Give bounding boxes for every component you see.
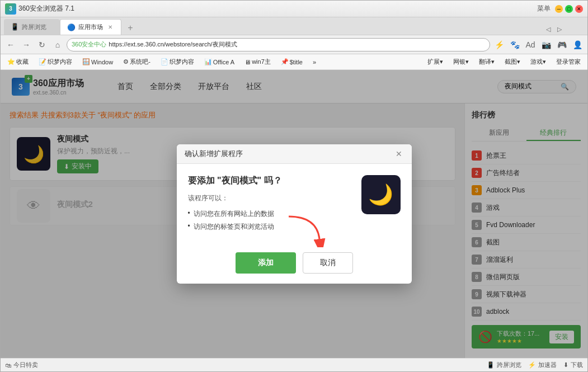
permission-item-1: • 访问您在所有网站上的数据 [188,208,352,220]
extension-bar[interactable]: 扩展▾ [424,56,446,67]
bookmark-favorites[interactable]: ⭐ 收藏 [4,56,32,67]
refresh-icon[interactable]: ⚡ [492,38,506,51]
bookmark-title[interactable]: 📌 $title [277,57,306,67]
window-close-icon[interactable]: ✕ [575,5,583,13]
tab-crossscreen-icon: 📱 [11,23,18,31]
permission-text-1: 访问您在所有网站上的数据 [194,209,274,219]
browser-forward-button[interactable]: ▷ [554,23,565,35]
dialog-actions: 添加 取消 [177,244,412,284]
netbank-bar[interactable]: 网银▾ [450,56,472,67]
status-bar: 🛍 今日特卖 📱 跨屏浏览 ⚡ 加速器 ⬇ 下载 [1,358,587,371]
dialog-app-icon: 🌙 [361,175,401,214]
bookmark-more[interactable]: » [309,58,319,67]
browser-back-button[interactable]: ◁ [543,23,554,35]
address-url: https://ext.se.360.cn/webstore/search/夜间… [109,40,237,49]
dialog-question: 要添加 "夜间模式" 吗？ [188,175,352,187]
bookmarks-bar: ⭐ 收藏 📝 织梦内容 🪟 Window ⚙ 系统吧- 📄 织梦内容 📊 Off… [1,54,587,70]
games-icon[interactable]: 🎮 [555,38,568,51]
status-today-deals[interactable]: 🛍 今日特卖 [5,361,38,369]
dialog-body: 要添加 "夜间模式" 吗？ 该程序可以： • 访问您在所有网站上的数据 • 访问… [177,164,412,244]
download-label: 下载 [571,361,583,369]
dialog-overlay: 确认新增扩展程序 ✕ 要添加 "夜间模式" 吗？ 该程序可以： • 访问您在所有… [1,70,587,358]
extension-icon[interactable]: 🐾 [508,38,521,51]
menu-label[interactable]: 菜单 [537,4,551,13]
dialog-close-icon[interactable]: ✕ [394,149,404,159]
tab-appstore[interactable]: 🔵 应用市场 ✕ [60,19,121,35]
status-accelerator[interactable]: ⚡ 加速器 [528,361,557,369]
bookmark-weimeng[interactable]: 📝 织梦内容 [35,56,76,67]
crossscreen-icon: 📱 [487,361,495,369]
screenshot-bar[interactable]: 截图▾ [501,56,524,67]
bookmark-weimeng2[interactable]: 📄 织梦内容 [157,56,197,67]
games-bar[interactable]: 游戏▾ [527,56,549,67]
window-maximize-icon[interactable]: □ [565,5,573,13]
tab-crossscreen-label: 跨屏浏览 [22,23,53,31]
bookmark-office[interactable]: 📊 Office A [201,57,238,67]
nav-forward-button[interactable]: → [20,38,33,51]
account-bar[interactable]: 登录管家 [553,56,584,67]
nav-refresh-button[interactable]: ↻ [35,38,49,51]
accelerator-icon: ⚡ [528,361,536,369]
status-crossscreen[interactable]: 📱 跨屏浏览 [487,361,521,369]
tabs-bar: 📱 跨屏浏览 🔵 应用市场 ✕ + ◁ ▷ [1,17,587,35]
bullet-icon-2: • [188,222,190,230]
bookmark-win7[interactable]: 🖥 win7主 [241,56,274,67]
address-bar[interactable]: 360安全中心 https://ext.se.360.cn/webstore/s… [67,38,490,51]
browser-title: 360安全浏览器 7.1 [18,4,537,13]
bullet-icon-1: • [188,209,190,217]
account-icon[interactable]: 👤 [571,38,584,51]
tab-add-button[interactable]: + [124,21,137,35]
dialog-permission-list: • 访问您在所有网站上的数据 • 访问您的标签页和浏览活动 [188,208,352,233]
page-content: 3 + 360应用市场 ext.se.360.cn 首页 全部分类 开放平台 社… [1,70,587,358]
browser-logo: 3 [5,3,16,15]
download-status-icon: ⬇ [563,361,568,369]
dialog-permission-title: 该程序可以： [188,194,352,203]
permission-text-2: 访问您的标签页和浏览活动 [194,222,274,232]
bookmark-system[interactable]: ⚙ 系统吧- [120,56,154,67]
status-download[interactable]: ⬇ 下载 [563,361,583,369]
tab-appstore-label: 应用市场 [78,23,103,31]
tab-crossscreen[interactable]: 📱 跨屏浏览 [4,19,60,35]
deals-label: 今日特卖 [13,361,38,369]
translate-icon[interactable]: Ad [524,38,537,51]
bookmark-window[interactable]: 🪟 Window [79,57,116,67]
nav-home-button[interactable]: ⌂ [51,38,64,51]
browser-window: 3 360安全浏览器 7.1 菜单 ─ □ ✕ 📱 跨屏浏览 🔵 应用市场 ✕ … [0,0,588,372]
navbar: ← → ↻ ⌂ 360安全中心 https://ext.se.360.cn/we… [1,35,587,54]
confirm-dialog: 确认新增扩展程序 ✕ 要添加 "夜间模式" 吗？ 该程序可以： • 访问您在所有… [177,144,412,284]
permission-item-2: • 访问您的标签页和浏览活动 [188,220,352,233]
crossscreen-label: 跨屏浏览 [497,361,521,369]
dialog-add-button[interactable]: 添加 [236,252,296,274]
security-label: 360安全中心 [72,40,106,49]
dialog-cancel-button[interactable]: 取消 [303,252,353,274]
tab-close-icon[interactable]: ✕ [106,23,114,31]
dialog-title: 确认新增扩展程序 [185,149,243,159]
titlebar-controls: ─ □ ✕ [555,5,583,13]
translate-bar[interactable]: 翻译▾ [476,56,498,67]
dialog-titlebar: 确认新增扩展程序 ✕ [177,144,412,164]
deals-icon: 🛍 [5,362,11,369]
nav-back-button[interactable]: ← [4,38,17,51]
titlebar: 3 360安全浏览器 7.1 菜单 ─ □ ✕ [1,1,587,17]
screenshot-icon[interactable]: 📷 [539,38,553,51]
accelerator-label: 加速器 [538,361,557,369]
tab-appstore-icon: 🔵 [67,23,75,31]
window-minimize-icon[interactable]: ─ [555,5,563,13]
dialog-left-content: 要添加 "夜间模式" 吗？ 该程序可以： • 访问您在所有网站上的数据 • 访问… [188,175,352,233]
